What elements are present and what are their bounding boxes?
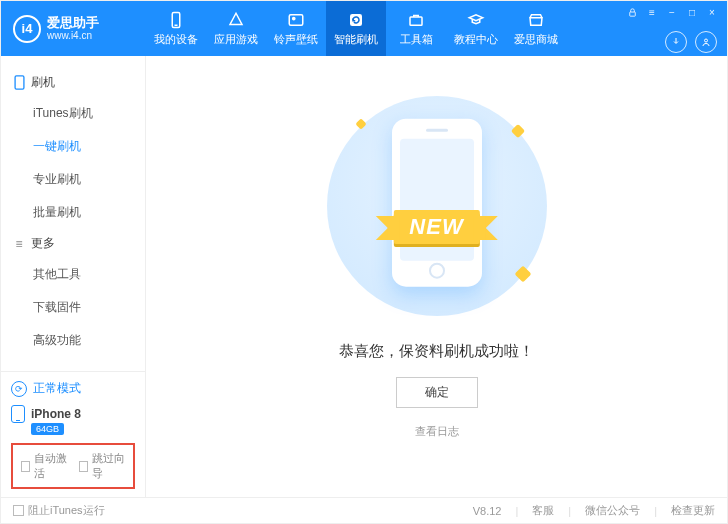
checkbox-icon [21,461,30,472]
storage-badge: 64GB [31,423,64,435]
view-log-link[interactable]: 查看日志 [415,424,459,439]
sidebar: 刷机 iTunes刷机 一键刷机 专业刷机 批量刷机 ≡ 更多 其他工具 下载固… [1,56,146,497]
support-link[interactable]: 客服 [532,503,554,518]
group-title: 更多 [31,235,55,252]
menu-button[interactable]: ≡ [645,5,659,19]
sidebar-item-advanced[interactable]: 高级功能 [1,324,145,357]
options-highlight-box: 自动激活 跳过向导 [11,443,135,489]
device-info[interactable]: iPhone 8 64GB [11,405,135,435]
device-mode[interactable]: ⟳ 正常模式 [11,380,135,397]
ribbon-text: NEW [393,210,479,244]
nav-toolbox[interactable]: 工具箱 [386,1,446,56]
nav-store[interactable]: 爱思商城 [506,1,566,56]
app-window: i4 爱思助手 www.i4.cn 我的设备 应用游戏 铃声壁纸 智能刷机 [0,0,728,524]
app-store-icon [227,11,245,29]
svg-rect-2 [289,14,303,25]
nav-flash[interactable]: 智能刷机 [326,1,386,56]
nav-label: 工具箱 [400,32,433,47]
download-icon[interactable] [665,31,687,53]
svg-rect-5 [410,17,422,25]
checkbox-auto-activate[interactable]: 自动激活 [21,451,67,481]
nav-label: 爱思商城 [514,32,558,47]
nav-label: 我的设备 [154,32,198,47]
device-name: iPhone 8 [31,407,81,421]
check-update-link[interactable]: 检查更新 [671,503,715,518]
checkbox-icon [13,505,24,516]
nav-label: 应用游戏 [214,32,258,47]
app-url: www.i4.cn [47,30,99,41]
close-button[interactable]: × [705,5,719,19]
logo-text: 爱思助手 www.i4.cn [47,16,99,41]
sidebar-item-other-tools[interactable]: 其他工具 [1,258,145,291]
svg-point-7 [705,39,708,42]
main-panel: NEW 恭喜您，保资料刷机成功啦！ 确定 查看日志 [146,56,727,497]
status-bar: 阻止iTunes运行 V8.12 | 客服 | 微信公众号 | 检查更新 [1,497,727,523]
sidebar-scroll: 刷机 iTunes刷机 一键刷机 专业刷机 批量刷机 ≡ 更多 其他工具 下载固… [1,56,145,371]
nav-label: 智能刷机 [334,32,378,47]
nav-label: 铃声壁纸 [274,32,318,47]
svg-point-3 [293,17,295,19]
app-name: 爱思助手 [47,16,99,30]
checkbox-skip-guide[interactable]: 跳过向导 [79,451,125,481]
lock-icon[interactable] [625,5,639,19]
svg-rect-8 [15,76,24,89]
briefcase-icon [407,11,425,29]
svg-rect-6 [629,12,635,16]
header-action-icons [665,31,717,53]
sidebar-group-flash[interactable]: 刷机 [1,68,145,97]
version-label: V8.12 [473,505,502,517]
app-logo: i4 爱思助手 www.i4.cn [1,1,146,56]
sidebar-item-oneclick-flash[interactable]: 一键刷机 [1,130,145,163]
nav-tutorials[interactable]: 教程中心 [446,1,506,56]
graduation-icon [467,11,485,29]
store-icon [527,11,545,29]
nav-ringtones[interactable]: 铃声壁纸 [266,1,326,56]
device-phone-icon [11,405,25,423]
footer-right: V8.12 | 客服 | 微信公众号 | 检查更新 [473,503,715,518]
user-icon[interactable] [695,31,717,53]
top-nav: 我的设备 应用游戏 铃声壁纸 智能刷机 工具箱 教程中心 [146,1,566,56]
checkbox-block-itunes[interactable]: 阻止iTunes运行 [13,503,105,518]
svg-rect-4 [350,14,362,26]
title-bar: i4 爱思助手 www.i4.cn 我的设备 应用游戏 铃声壁纸 智能刷机 [1,1,727,56]
ok-button[interactable]: 确定 [396,377,478,408]
mode-label: 正常模式 [33,380,81,397]
sidebar-item-pro-flash[interactable]: 专业刷机 [1,163,145,196]
minimize-button[interactable]: − [665,5,679,19]
checkbox-icon [79,461,88,472]
logo-badge: i4 [13,15,41,43]
success-message: 恭喜您，保资料刷机成功啦！ [339,342,534,361]
nav-my-device[interactable]: 我的设备 [146,1,206,56]
sidebar-item-batch-flash[interactable]: 批量刷机 [1,196,145,229]
maximize-button[interactable]: □ [685,5,699,19]
content-area: 刷机 iTunes刷机 一键刷机 专业刷机 批量刷机 ≡ 更多 其他工具 下载固… [1,56,727,497]
sidebar-footer: ⟳ 正常模式 iPhone 8 64GB 自动激活 [1,371,145,497]
sidebar-item-download-firmware[interactable]: 下载固件 [1,291,145,324]
success-illustration: NEW [327,96,547,316]
menu-lines-icon: ≡ [13,237,25,251]
image-icon [287,11,305,29]
phone-illustration [392,119,482,287]
refresh-icon [347,11,365,29]
sidebar-group-more[interactable]: ≡ 更多 [1,229,145,258]
checkbox-label: 跳过向导 [92,451,125,481]
sidebar-item-itunes-flash[interactable]: iTunes刷机 [1,97,145,130]
checkbox-label: 自动激活 [34,451,67,481]
phone-outline-icon [13,75,25,90]
refresh-circle-icon: ⟳ [11,381,27,397]
group-title: 刷机 [31,74,55,91]
phone-icon [167,11,185,29]
nav-apps[interactable]: 应用游戏 [206,1,266,56]
checkbox-label: 阻止iTunes运行 [28,503,105,518]
wechat-link[interactable]: 微信公众号 [585,503,640,518]
nav-label: 教程中心 [454,32,498,47]
new-ribbon: NEW [393,210,479,244]
